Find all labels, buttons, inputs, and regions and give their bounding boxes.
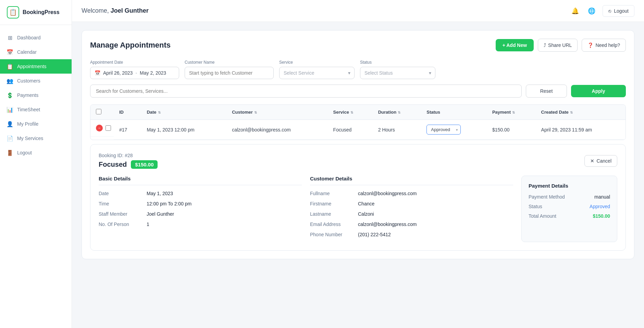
col-id: ID — [114, 105, 141, 120]
row-customer: calzonl@bookingpress.com — [226, 120, 327, 140]
payment-method-label: Payment Method — [529, 194, 565, 200]
date-label: Date — [99, 191, 147, 196]
time-value: 12:00 pm To 2:00 pm — [147, 201, 191, 206]
sidebar-item-label-payments: Payments — [17, 92, 38, 98]
sidebar-item-label-calendar: Calendar — [17, 49, 37, 55]
fullname-row: Fullname calzonl@bookingpress.com — [310, 191, 513, 196]
sidebar-item-payments[interactable]: 💲 Payments — [0, 88, 72, 102]
booking-panel-header: Booking ID: #28 Focused $150.00 ✕ Cancel — [99, 153, 617, 169]
collapse-row-button[interactable]: − — [96, 125, 103, 131]
header-actions: + Add New ⤴ Share URL ❓ Need help? — [496, 39, 626, 52]
payment-status-label: Status — [529, 204, 542, 209]
topbar-actions: 🔔 🌐 ⎋ Logout — [570, 5, 634, 17]
payment-details-title: Payment Details — [529, 183, 610, 189]
sidebar-item-label-logout: Logout — [17, 150, 32, 155]
select-all-checkbox[interactable] — [96, 109, 101, 114]
row-created-date: April 29, 2023 11:59 am — [536, 120, 626, 140]
page-title: Manage Appointments — [90, 41, 171, 50]
row-status-select[interactable]: Approved Pending Cancelled — [426, 125, 461, 135]
customer-input[interactable] — [185, 67, 274, 79]
apply-button[interactable]: Apply — [571, 85, 626, 97]
username: Joel Gunther — [111, 7, 149, 14]
logout-icon: 🚪 — [7, 150, 13, 156]
sidebar-item-logout[interactable]: 🚪 Logout — [0, 146, 72, 160]
row-status: Approved Pending Cancelled — [421, 120, 487, 140]
need-help-button[interactable]: ❓ Need help? — [582, 39, 626, 52]
payments-icon: 💲 — [7, 92, 13, 98]
row-checkbox[interactable] — [106, 125, 111, 131]
sidebar: 📋 BookingPress ⊞ Dashboard 📅 Calendar 📋 … — [0, 0, 72, 328]
service-select-wrap: Select Service — [279, 67, 355, 79]
status-filter-group: Status Select Status — [360, 60, 435, 79]
booking-title: Focused $150.00 — [99, 160, 158, 169]
sidebar-item-dashboard[interactable]: ⊞ Dashboard — [0, 30, 72, 45]
row-duration: 2 Hours — [373, 120, 421, 140]
help-icon: ❓ — [587, 42, 593, 48]
lastname-label: Lastname — [310, 211, 358, 217]
status-select[interactable]: Select Status — [360, 67, 435, 79]
logout-icon: ⎋ — [608, 8, 611, 14]
persons-label: No. Of Person — [99, 222, 147, 227]
table-row: − #17 May 1, 2023 12:00 pm calzonl@booki… — [90, 120, 626, 140]
status-label: Status — [360, 60, 435, 65]
firstname-label: Firstname — [310, 201, 358, 206]
col-created-date: Created Date⇅ — [536, 105, 626, 120]
phone-label: Phone Number — [310, 232, 358, 237]
payment-method-row: Payment Method manual — [529, 194, 610, 200]
calendar-icon: 📅 — [7, 49, 13, 55]
share-url-button[interactable]: ⤴ Share URL — [538, 39, 578, 52]
add-new-button[interactable]: + Add New — [496, 39, 534, 51]
fullname-label: Fullname — [310, 191, 358, 196]
firstname-value: Chance — [358, 201, 374, 206]
basic-details-section: Basic Details Date May 1, 2023 Time 12:0… — [99, 176, 302, 242]
service-label: Service — [279, 60, 355, 65]
time-label: Time — [99, 201, 147, 206]
lastname-value: Calzoni — [358, 211, 374, 217]
cancel-booking-button[interactable]: ✕ Cancel — [584, 155, 617, 167]
payment-method-value: manual — [594, 194, 610, 200]
firstname-row: Firstname Chance — [310, 201, 513, 206]
service-select[interactable]: Select Service — [279, 67, 355, 79]
payment-status-value: Approved — [590, 204, 610, 209]
logo-text: BookingPress — [23, 9, 60, 15]
date-range-picker[interactable]: 📅 April 26, 2023 - May 2, 2023 — [90, 67, 179, 79]
sidebar-item-timesheet[interactable]: 📊 TimeSheet — [0, 102, 72, 117]
row-id: #17 — [114, 120, 141, 140]
payment-status-row: Status Approved — [529, 204, 610, 209]
payment-details-section: Payment Details Payment Method manual St… — [521, 176, 617, 242]
sidebar-item-myprofile[interactable]: 👤 My Profile — [0, 117, 72, 131]
wordpress-icon[interactable]: 🌐 — [586, 5, 597, 16]
timesheet-icon: 📊 — [7, 106, 13, 113]
customer-details-section: Customer Details Fullname calzonl@bookin… — [310, 176, 513, 242]
date-filter-group: Appointment Date 📅 April 26, 2023 - May … — [90, 60, 179, 79]
row-service: Focused — [328, 120, 373, 140]
topbar: Welcome, Joel Gunther 🔔 🌐 ⎋ Logout — [72, 0, 644, 22]
sidebar-nav: ⊞ Dashboard 📅 Calendar 📋 Appointments 👥 … — [0, 25, 72, 328]
col-payment: Payment⇅ — [487, 105, 536, 120]
search-input[interactable] — [90, 85, 522, 98]
sidebar-item-calendar[interactable]: 📅 Calendar — [0, 45, 72, 59]
basic-details-title: Basic Details — [99, 176, 302, 185]
panel-body: Basic Details Date May 1, 2023 Time 12:0… — [99, 176, 617, 242]
col-service: Service⇅ — [328, 105, 373, 120]
sidebar-item-label-customers: Customers — [17, 78, 40, 84]
search-row: Reset Apply — [90, 85, 626, 98]
phone-value: (201) 222-5412 — [358, 232, 391, 237]
email-value: calzonl@bookingpress.com — [358, 222, 417, 227]
col-duration: Duration⇅ — [373, 105, 421, 120]
notifications-icon[interactable]: 🔔 — [570, 5, 581, 16]
logout-button[interactable]: ⎋ Logout — [603, 5, 634, 17]
content-area: Manage Appointments + Add New ⤴ Share UR… — [72, 22, 644, 328]
filters-row: Appointment Date 📅 April 26, 2023 - May … — [90, 60, 626, 79]
total-amount-row: Total Amount $150.00 — [529, 213, 610, 219]
time-row: Time 12:00 pm To 2:00 pm — [99, 201, 302, 206]
sidebar-item-appointments[interactable]: 📋 Appointments — [0, 59, 72, 74]
reset-button[interactable]: Reset — [526, 85, 567, 98]
service-filter-group: Service Select Service — [279, 60, 355, 79]
status-select-wrap: Approved Pending Cancelled — [426, 125, 461, 135]
page-card: Manage Appointments + Add New ⤴ Share UR… — [82, 30, 634, 259]
total-amount-label: Total Amount — [529, 213, 556, 219]
sidebar-item-myservices[interactable]: 📄 My Services — [0, 131, 72, 146]
row-payment: $150.00 — [487, 120, 536, 140]
sidebar-item-customers[interactable]: 👥 Customers — [0, 74, 72, 88]
